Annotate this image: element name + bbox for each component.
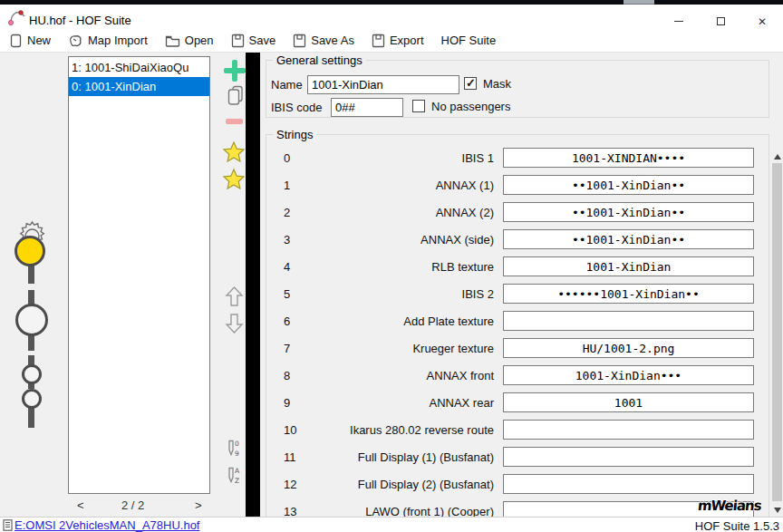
string-row-input[interactable]: [503, 447, 754, 467]
string-row: 11Full Display (1) (Busfanat): [260, 443, 768, 470]
star-icon-1[interactable]: [222, 140, 246, 163]
scroll-down-icon[interactable]: [774, 508, 781, 513]
map-import-icon: [68, 34, 83, 48]
app-spline-icon: [7, 8, 25, 26]
duplicate-icon[interactable]: [227, 85, 244, 106]
string-row-label: Full Display (1) (Busfanat): [296, 450, 494, 464]
mask-checkbox[interactable]: [464, 77, 477, 90]
string-row-input[interactable]: [503, 229, 754, 249]
string-row: 10Ikarus 280.02 reverse route: [260, 416, 768, 443]
string-row-index: 11: [284, 450, 296, 464]
page-next-button[interactable]: >: [195, 498, 202, 512]
route-node-yellow: [14, 236, 45, 266]
watermark: mWeians: [697, 498, 762, 514]
hof-suite-label: HOF Suite: [441, 34, 497, 47]
string-row-label: Krueger texture: [296, 342, 494, 355]
string-row-index: 0: [284, 151, 290, 165]
name-input[interactable]: [307, 75, 459, 94]
string-row: 2ANNAX (2): [260, 198, 768, 226]
string-row-input[interactable]: [503, 338, 754, 358]
hof-suite-menu-button[interactable]: HOF Suite: [441, 34, 497, 47]
sort-numeric-icon[interactable]: 0 9: [226, 439, 243, 458]
sort-alpha-icon[interactable]: A Z: [226, 466, 243, 485]
scroll-up-icon[interactable]: [774, 154, 781, 160]
string-row-index: 13: [284, 505, 296, 517]
export-button[interactable]: Export: [372, 34, 424, 48]
route-node-small-1: [22, 364, 42, 384]
string-row-input[interactable]: [503, 148, 754, 168]
name-label: Name: [271, 78, 303, 92]
app-version: HOF Suite 1.5.3: [695, 519, 779, 532]
map-import-button[interactable]: Map Import: [68, 34, 148, 48]
string-row-input[interactable]: [503, 474, 754, 494]
string-row-label: IBIS 2: [296, 287, 494, 301]
list-item[interactable]: 1: 1001-ShiDaiXiaoQu: [69, 58, 209, 77]
string-row-label: ANNAX front: [296, 369, 494, 382]
open-button[interactable]: Open: [165, 34, 214, 48]
minimize-icon: [674, 21, 683, 22]
page-prev-button[interactable]: <: [77, 498, 84, 512]
open-folder-icon: [165, 34, 180, 48]
string-row-input[interactable]: [503, 202, 754, 222]
string-row-index: 5: [284, 287, 290, 301]
string-row: 1ANNAX (1): [260, 171, 768, 198]
string-row-input[interactable]: [503, 311, 754, 331]
open-label: Open: [185, 34, 214, 47]
file-list-icon: [3, 519, 13, 531]
string-row-input[interactable]: [503, 392, 754, 412]
string-row-index: 6: [284, 314, 290, 328]
settings-panel: General settings Name Mask IBIS code No …: [260, 53, 783, 517]
list-item[interactable]: 0: 1001-XinDian: [69, 77, 209, 96]
ibis-code-input[interactable]: [331, 98, 403, 117]
move-down-icon[interactable]: [225, 313, 244, 334]
save-button[interactable]: Save: [231, 34, 276, 48]
export-label: Export: [390, 34, 424, 47]
string-row-index: 1: [284, 179, 290, 192]
string-row-index: 4: [284, 260, 290, 274]
string-row-label: ANNAX (side): [296, 233, 494, 247]
maximize-icon: [717, 17, 725, 25]
move-up-icon[interactable]: [225, 285, 244, 307]
string-row-label: ANNAX rear: [296, 396, 494, 410]
title-bar: HU.hof - HOF Suite ✕: [0, 5, 783, 29]
string-row: 3ANNAX (side): [260, 226, 768, 253]
string-row-label: ANNAX (1): [296, 179, 494, 192]
remove-icon[interactable]: [226, 119, 243, 124]
file-path-link[interactable]: E:OMSI 2VehiclesMAN_A78HU.hof: [14, 518, 199, 532]
string-row-input[interactable]: [503, 256, 754, 276]
star-icon-2[interactable]: [222, 168, 246, 190]
mask-label: Mask: [483, 77, 511, 91]
string-row-index: 10: [284, 423, 296, 437]
save-as-button[interactable]: Save As: [293, 34, 354, 48]
window-title: HU.hof - HOF Suite: [29, 14, 131, 27]
string-row: 8ANNAX front: [260, 362, 768, 389]
string-row-input[interactable]: [503, 175, 754, 195]
string-row-index: 8: [284, 369, 290, 382]
string-row: 12Full Display (2) (Busfanat): [260, 470, 768, 498]
save-as-label: Save As: [311, 34, 354, 47]
svg-text:Z: Z: [235, 477, 239, 485]
new-file-icon: [9, 34, 23, 48]
main-area: 1: 1001-ShiDaiXiaoQu0: 1001-XinDian 0 9: [0, 53, 783, 517]
scrollbar-thumb[interactable]: [772, 163, 782, 501]
new-label: New: [27, 34, 51, 47]
string-row: 7Krueger texture: [260, 334, 768, 362]
save-icon: [231, 34, 245, 48]
string-row: 4RLB texture: [260, 253, 768, 280]
no-passengers-checkbox[interactable]: [412, 100, 425, 112]
strings-title: Strings: [273, 128, 316, 141]
string-row-input[interactable]: [503, 365, 754, 385]
hof-list[interactable]: 1: 1001-ShiDaiXiaoQu0: 1001-XinDian: [68, 56, 210, 494]
string-row-index: 7: [284, 342, 290, 355]
string-row-label: ANNAX (2): [296, 206, 494, 219]
string-row-label: Full Display (2) (Busfanat): [296, 478, 494, 491]
strings-scrollbar[interactable]: [772, 152, 782, 515]
string-row: 6Add Plate texture: [260, 307, 768, 334]
string-row: 0IBIS 1: [260, 144, 768, 171]
new-button[interactable]: New: [9, 34, 51, 48]
string-row-input[interactable]: [503, 284, 754, 304]
ibis-code-label: IBIS code: [271, 101, 322, 114]
string-row: 13LAWO (front 1) (Cooper): [260, 498, 768, 517]
status-bar: E:OMSI 2VehiclesMAN_A78HU.hof HOF Suite …: [0, 517, 783, 532]
string-row-input[interactable]: [503, 420, 754, 440]
